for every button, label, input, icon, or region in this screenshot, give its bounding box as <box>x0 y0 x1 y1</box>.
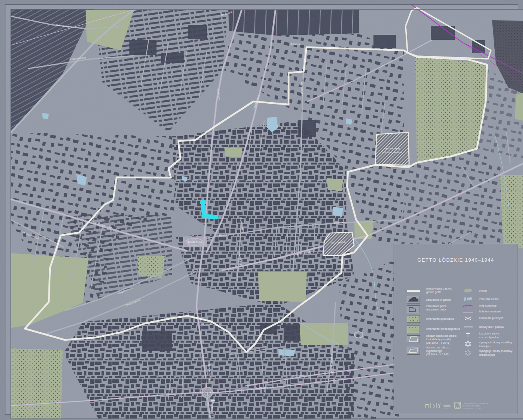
legend-label: synagogi i domy modlitwy istniejące <box>479 341 517 348</box>
legend-label: maksymalny zasięg granic getta <box>426 287 463 294</box>
institute-name: CENTRUM BADAŃ ŻYDOWSKICH IM. FILIPA FRIE… <box>463 403 488 410</box>
credits: CENTRUM BADAŃ ŻYDOWSKICH IM. FILIPA FRIE… <box>394 399 518 413</box>
legend-label: obszar tzw. obozu cygańskiego (XI 1941 –… <box>426 346 463 356</box>
place-label: Bałucki Rynek <box>188 241 203 243</box>
legend-label: kładki dla pieszych <box>479 316 517 320</box>
footbridge-icon <box>462 315 474 323</box>
legend-label: zieleń <box>479 289 517 293</box>
legend-label: linie tramwajowe <box>479 310 517 314</box>
legend-title: GETTO ŁÓDZKIE 1940–1944 <box>394 257 518 263</box>
legend-label: synagogi i domy modlitwy nieistniejące <box>479 349 517 357</box>
legend-label: obszar obozu dla dzieci i młodzieży pols… <box>426 334 463 345</box>
gypsy-camp-swatch <box>407 347 420 356</box>
ghetto-buildings-swatch <box>407 296 420 305</box>
boundary-swatch <box>407 288 420 295</box>
legend-label: cmentarze żydowskie <box>426 317 463 321</box>
legend-label: cmentarze chrześcijańskie <box>426 327 463 331</box>
synagogue-existing-icon <box>462 340 474 349</box>
legend-label: zbiorniki wodne <box>479 297 517 301</box>
university-logo <box>454 402 461 408</box>
partner-logo <box>426 403 441 408</box>
place-label: Stary Rynek <box>200 323 213 326</box>
legend-panel: GETTO ŁÓDZKIE 1940–1944 maksymalny zasię… <box>394 244 518 414</box>
legend-label: zabudowa poza obszarem getta <box>426 304 463 311</box>
legend-label: linie kolejowe <box>479 304 517 308</box>
greenery-swatch <box>462 288 474 295</box>
place-label: Plac Wolności <box>200 391 215 394</box>
street-label: Piotrkowska <box>211 401 214 417</box>
legend-label: nazwy ulic i placów <box>479 325 517 329</box>
jewish-cemetery-swatch <box>407 315 420 324</box>
legend-label: kościoły i zbory chrześcijańskie <box>479 332 517 339</box>
water-swatch <box>462 296 474 303</box>
svg-text:i młodzieży polskiej: i młodzieży polskiej <box>382 151 402 153</box>
street-label: Inflancka <box>290 42 302 45</box>
ghetto-map-page: { "legend": { "title": "GETTO ŁÓDZKIE 19… <box>0 0 523 420</box>
partner-logo-text-lines <box>444 404 451 408</box>
christian-cemetery-swatch <box>407 326 420 335</box>
street-name-sample: Dworska <box>461 326 476 328</box>
children-camp-swatch <box>407 335 420 345</box>
church-icon <box>462 331 474 339</box>
street-label: Dworska <box>334 221 345 224</box>
svg-text:obóz dla dzieci: obóz dla dzieci <box>384 147 400 150</box>
outside-buildings-swatch <box>407 305 420 315</box>
legend-label: zabudowa w getcie <box>426 298 463 302</box>
synagogue-former-icon <box>462 349 474 358</box>
jewish-cemetery <box>415 57 487 163</box>
